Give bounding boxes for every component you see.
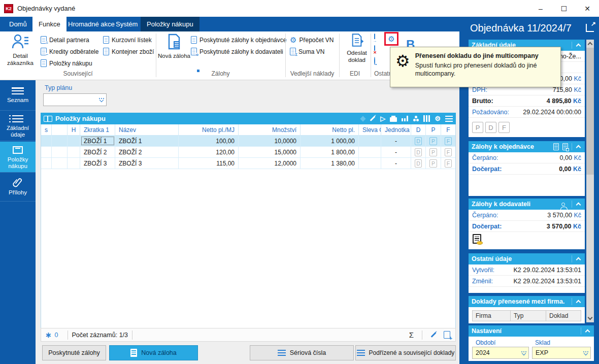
seriova-cisla-button[interactable]: Sériová čísla bbox=[250, 345, 354, 360]
advance-invoice-icon[interactable] bbox=[473, 234, 481, 244]
supplier-person-icon[interactable] bbox=[561, 203, 565, 206]
col-typ[interactable]: Typ bbox=[511, 310, 546, 321]
card-header-zalohy-dod[interactable]: Zálohy k dodavateli bbox=[469, 198, 585, 210]
prepocet-vn-button[interactable]: ⚙ Přepočet VN bbox=[290, 35, 334, 45]
table-row[interactable]: ZBOŽÍ 2 ZBOŽÍ 2 120,00 15,0000 1 800,00 … bbox=[41, 147, 455, 158]
podrizene-doklady-button[interactable]: Podřízené a související doklady bbox=[355, 345, 456, 360]
card-header-ostatni[interactable]: Ostatní údaje bbox=[469, 253, 585, 264]
sidebar-item-zakladni-udaje[interactable]: Základní údaje bbox=[0, 111, 36, 141]
edit-pencil-icon[interactable] bbox=[370, 116, 376, 121]
card-header-nastaveni[interactable]: Nastavení bbox=[469, 325, 594, 337]
cell-jednotka[interactable]: - bbox=[381, 158, 411, 169]
sidebar-item-prilohy[interactable]: Přílohy bbox=[0, 173, 36, 202]
cell-flag-f[interactable]: F bbox=[441, 136, 455, 146]
polozky-nakupu-button[interactable]: Položky nákupu bbox=[41, 58, 92, 69]
panel-scrollbar[interactable] bbox=[586, 40, 594, 322]
card-header-doklady[interactable]: Doklady přenesené mezi firma... bbox=[469, 296, 585, 307]
cell-flag-p[interactable]: P bbox=[426, 147, 441, 157]
close-button[interactable]: ✕ bbox=[576, 0, 599, 17]
zalohy-k-objednavce-button[interactable]: Poskytnuté zálohy k objednávce bbox=[191, 35, 286, 45]
cell-flag-d[interactable]: D bbox=[411, 147, 426, 157]
col-nazev[interactable]: Název bbox=[115, 124, 179, 135]
col-h[interactable]: H bbox=[68, 124, 80, 135]
grid-menu-icon[interactable] bbox=[445, 116, 453, 122]
zalohy-k-dodavateli-button[interactable]: o Poskytnuté zálohy k dodavateli bbox=[191, 46, 283, 57]
col-empty[interactable] bbox=[52, 124, 68, 135]
collapse-chevron-icon[interactable] bbox=[576, 203, 581, 208]
cell-zkratka[interactable]: ZBOŽÍ 3 bbox=[80, 158, 115, 169]
scroll-down-icon[interactable] bbox=[588, 315, 593, 320]
cell-sleva[interactable] bbox=[359, 136, 381, 146]
flag-d[interactable]: D bbox=[485, 122, 496, 133]
open-external-icon[interactable] bbox=[586, 24, 594, 32]
kredity-odberatele-button[interactable]: ⌐ Kredity odběratele bbox=[41, 46, 98, 57]
obdobi-combobox[interactable]: 2024 bbox=[472, 347, 529, 359]
poskytnute-zalohy-button[interactable]: Poskytnuté zálohy bbox=[42, 345, 106, 360]
chart-icon[interactable] bbox=[402, 116, 409, 121]
cell-sleva[interactable] bbox=[359, 147, 381, 157]
cell-netto[interactable]: 1 800,00 bbox=[301, 147, 359, 157]
edit-pencil-icon[interactable] bbox=[431, 332, 437, 338]
grid-settings-gear-icon[interactable]: ⚙ bbox=[435, 115, 441, 122]
cell-jednotka[interactable]: - bbox=[381, 147, 411, 157]
col-f[interactable]: F bbox=[441, 124, 455, 135]
cell-netto-mj[interactable]: 115,00 bbox=[179, 158, 239, 169]
cell-nazev[interactable]: ZBOŽÍ 3 bbox=[115, 158, 179, 169]
sklad-combobox[interactable]: EXP bbox=[532, 347, 591, 359]
tab-system[interactable]: Systém bbox=[110, 17, 144, 31]
cell-netto-mj[interactable]: 120,00 bbox=[179, 147, 239, 157]
cell-jednotka[interactable]: - bbox=[381, 136, 411, 146]
cell-netto-mj[interactable]: 100,00 bbox=[179, 136, 239, 146]
flag-f[interactable]: F bbox=[498, 122, 510, 133]
cell-flag-p[interactable]: P bbox=[426, 136, 441, 146]
cell-netto[interactable]: 1 380,00 bbox=[301, 158, 359, 169]
lock-doc-icon[interactable]: • bbox=[374, 57, 382, 67]
detail-partnera-button[interactable]: ≡ Detail partnera bbox=[41, 35, 89, 45]
card-header-zalohy-obj[interactable]: Zálohy k objednávce bbox=[469, 141, 585, 152]
print-icon[interactable] bbox=[390, 117, 397, 122]
cell-flag-d[interactable]: D bbox=[411, 158, 426, 169]
col-sleva[interactable]: Sleva O bbox=[359, 124, 381, 135]
cell-netto[interactable]: 1 000,00 bbox=[301, 136, 359, 146]
scroll-up-icon[interactable] bbox=[588, 42, 593, 47]
col-d[interactable]: D bbox=[411, 124, 426, 135]
col-doklad[interactable]: Doklad bbox=[546, 310, 581, 321]
star-icon[interactable] bbox=[360, 116, 366, 121]
advance-doc-icon[interactable] bbox=[553, 143, 559, 150]
col-mnozstvi[interactable]: Množství bbox=[239, 124, 301, 135]
table-row[interactable]: ZBOŽÍ 3 ZBOŽÍ 3 115,00 12,0000 1 380,00 … bbox=[41, 158, 455, 169]
cell-flag-f[interactable]: F bbox=[441, 147, 455, 157]
cell-zkratka[interactable]: ZBOŽÍ 2 bbox=[80, 147, 115, 157]
tab-domu[interactable]: Domů bbox=[3, 17, 33, 31]
col-s[interactable]: s bbox=[41, 124, 52, 135]
col-jednotka[interactable]: Jednotka bbox=[381, 124, 411, 135]
sidebar-item-polozky-nakupu[interactable]: Položky nákupu bbox=[0, 142, 36, 173]
tab-polozky-nakupu[interactable]: Položky nákupu bbox=[141, 17, 199, 31]
collapse-chevron-icon[interactable] bbox=[576, 257, 581, 262]
col-netto[interactable]: Netto pl. bbox=[301, 124, 359, 135]
cell-mnozstvi[interactable]: 15,0000 bbox=[239, 147, 301, 157]
group-cluster-icon[interactable] bbox=[413, 119, 416, 121]
cell-flag-f[interactable]: F bbox=[441, 158, 455, 169]
flag-p[interactable]: P bbox=[472, 122, 483, 133]
collapse-chevron-icon[interactable] bbox=[585, 329, 590, 335]
cell-mnozstvi[interactable]: 10,0000 bbox=[239, 136, 301, 146]
add-document-icon[interactable] bbox=[444, 331, 450, 339]
table-row[interactable]: ZBOŽÍ 1 ZBOŽÍ 1 100,00 10,0000 1 000,00 … bbox=[41, 136, 455, 147]
advance-doc-list-icon[interactable] bbox=[562, 143, 568, 150]
cell-flag-d[interactable]: D bbox=[411, 136, 426, 146]
collapse-chevron-icon[interactable] bbox=[576, 44, 581, 49]
nova-zaloha-footer-button[interactable]: Nová záloha bbox=[109, 345, 198, 360]
tab-funkce[interactable]: Funkce bbox=[32, 17, 66, 31]
cell-nazev[interactable]: ZBOŽÍ 2 bbox=[115, 147, 179, 157]
cell-sleva[interactable] bbox=[359, 158, 381, 169]
sidebar-item-seznam[interactable]: Seznam bbox=[0, 83, 36, 111]
col-zkratka[interactable]: Zkratka 1 bbox=[80, 124, 115, 135]
run-play-icon[interactable]: ▷ bbox=[380, 115, 385, 122]
col-firma[interactable]: Firma bbox=[472, 310, 511, 321]
sum-sigma-icon[interactable]: Σ bbox=[409, 330, 414, 339]
cell-nazev[interactable]: ZBOŽÍ 1 bbox=[115, 136, 179, 146]
kontejner-zbozi-button[interactable]: Kontejner zboží bbox=[103, 46, 154, 57]
typ-planu-combobox[interactable] bbox=[43, 93, 107, 106]
scrollbar-thumb[interactable] bbox=[586, 48, 594, 175]
